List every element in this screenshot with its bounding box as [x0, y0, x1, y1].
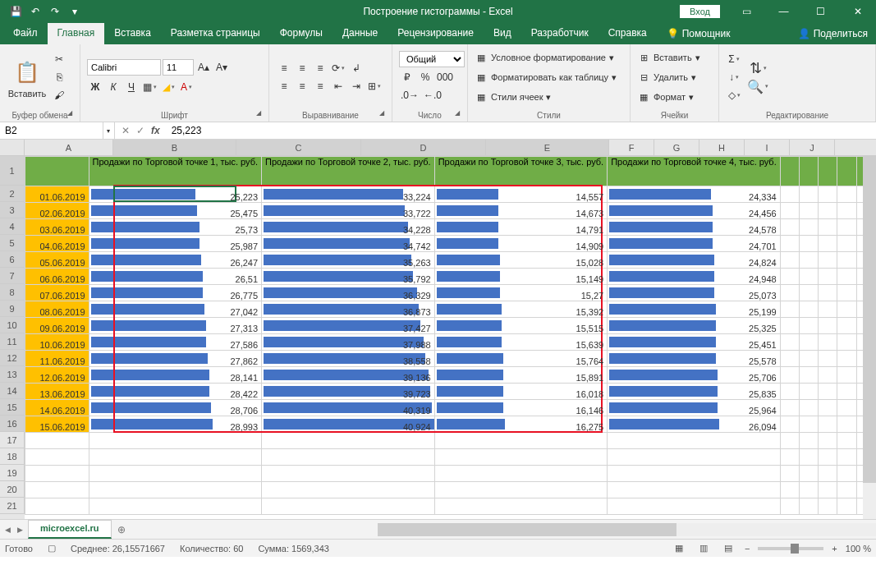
cell-E13[interactable]: 25,706 — [608, 367, 781, 384]
tab-data[interactable]: Данные — [333, 23, 388, 44]
enter-formula-icon[interactable]: ✓ — [136, 125, 144, 136]
cell-A11[interactable]: 10.06.2019 — [25, 334, 89, 351]
header-cell-D[interactable]: Продажи по Торговой точке 3, тыс. руб. — [434, 157, 608, 186]
spreadsheet-grid[interactable]: ABCDEFGHIJ 12345678910111213141516171819… — [0, 140, 876, 519]
select-all-corner[interactable] — [0, 140, 25, 156]
cell-B4[interactable]: 25,73 — [89, 219, 262, 236]
cell-C8[interactable]: 36,329 — [262, 285, 435, 301]
delete-cells-button[interactable]: ⊟Удалить▾ — [637, 68, 700, 86]
tab-file[interactable]: Файл — [3, 23, 48, 44]
cell-B7[interactable]: 26,51 — [89, 269, 262, 285]
insert-cells-button[interactable]: ⊞Вставить▾ — [637, 48, 700, 67]
formula-input[interactable] — [167, 122, 876, 139]
align-right-icon[interactable]: ≡ — [312, 78, 328, 94]
currency-icon[interactable]: ₽ — [399, 69, 415, 85]
qat-customize-icon[interactable]: ▾ — [66, 2, 84, 21]
format-as-table-button[interactable]: ▦Форматировать как таблицу▾ — [475, 68, 617, 86]
cell-B5[interactable]: 25,987 — [89, 236, 262, 252]
cell-E16[interactable]: 26,094 — [608, 416, 781, 433]
view-normal-icon[interactable]: ▦ — [671, 542, 687, 555]
cell-C10[interactable]: 37,427 — [262, 318, 435, 334]
format-painter-icon[interactable]: 🖌 — [51, 87, 67, 103]
cell-styles-button[interactable]: ▦Стили ячеек▾ — [475, 88, 617, 106]
orientation-icon[interactable]: ⟳ — [330, 60, 346, 76]
cell-E12[interactable]: 25,578 — [608, 351, 781, 367]
row-header-21[interactable]: 21 — [0, 498, 25, 514]
tab-insert[interactable]: Вставка — [104, 23, 161, 44]
cell-D11[interactable]: 15,639 — [434, 334, 608, 351]
row-header-18[interactable]: 18 — [0, 448, 25, 465]
maximize-icon[interactable]: ☐ — [802, 0, 839, 23]
cell-A6[interactable]: 05.06.2019 — [25, 252, 89, 269]
save-icon[interactable]: 💾 — [7, 2, 25, 21]
cell-E8[interactable]: 25,073 — [608, 285, 781, 301]
cell-E11[interactable]: 25,451 — [608, 334, 781, 351]
copy-icon[interactable]: ⎘ — [51, 69, 67, 85]
cell-A3[interactable]: 02.06.2019 — [25, 203, 89, 219]
header-cell-E[interactable]: Продажи по Торговой точке 4, тыс. руб. — [608, 157, 781, 186]
cell-A12[interactable]: 11.06.2019 — [25, 351, 89, 367]
row-header-5[interactable]: 5 — [0, 235, 25, 251]
cell-D4[interactable]: 14,791 — [434, 219, 608, 236]
tell-me[interactable]: 💡Помощник — [667, 23, 731, 44]
cell-A4[interactable]: 03.06.2019 — [25, 219, 89, 236]
add-sheet-icon[interactable]: ⊕ — [112, 520, 131, 539]
name-box-input[interactable] — [0, 122, 103, 139]
cell-C2[interactable]: 33,224 — [262, 186, 435, 203]
row-header-12[interactable]: 12 — [0, 350, 25, 366]
cell-B9[interactable]: 27,042 — [89, 301, 262, 318]
wrap-text-icon[interactable]: ↲ — [348, 60, 365, 76]
header-cell-C[interactable]: Продажи по Торговой точке 2, тыс. руб. — [262, 157, 435, 186]
cut-icon[interactable]: ✂ — [51, 51, 67, 67]
col-header-D[interactable]: D — [361, 140, 486, 155]
cell-C11[interactable]: 37,988 — [262, 334, 435, 351]
cell-E15[interactable]: 25,964 — [608, 400, 781, 416]
fill-color-button[interactable]: ◢ — [160, 79, 177, 95]
cell-B10[interactable]: 27,313 — [89, 318, 262, 334]
cell-D8[interactable]: 15,27 — [434, 285, 608, 301]
decrease-decimal-icon[interactable]: ←.0 — [422, 87, 443, 103]
row-header-14[interactable]: 14 — [0, 383, 25, 399]
align-center-icon[interactable]: ≡ — [294, 78, 310, 94]
cell-E4[interactable]: 24,578 — [608, 219, 781, 236]
col-header-C[interactable]: C — [236, 140, 361, 155]
macro-record-icon[interactable]: ▢ — [48, 543, 56, 554]
decrease-font-icon[interactable]: A▾ — [213, 59, 230, 76]
cell-B13[interactable]: 28,141 — [89, 367, 262, 384]
percent-icon[interactable]: % — [417, 69, 433, 85]
cell-E3[interactable]: 24,456 — [608, 203, 781, 219]
col-header-A[interactable]: A — [25, 140, 113, 155]
tab-review[interactable]: Рецензирование — [388, 23, 484, 44]
cell-D7[interactable]: 15,149 — [434, 269, 608, 285]
row-header-15[interactable]: 15 — [0, 399, 25, 416]
cell-A15[interactable]: 14.06.2019 — [25, 400, 89, 416]
row-header-13[interactable]: 13 — [0, 366, 25, 383]
col-header-F[interactable]: F — [609, 140, 654, 155]
next-sheet-icon[interactable]: ▶ — [17, 526, 23, 534]
font-launcher[interactable]: ◢ — [256, 109, 266, 119]
name-box-dropdown[interactable]: ▾ — [103, 122, 114, 139]
align-launcher[interactable]: ◢ — [379, 109, 389, 119]
col-header-E[interactable]: E — [486, 140, 609, 155]
bold-button[interactable]: Ж — [87, 79, 103, 95]
cell-B14[interactable]: 28,422 — [89, 384, 262, 400]
fx-icon[interactable]: fx — [151, 125, 160, 136]
paste-button[interactable]: 📋Вставить — [7, 48, 48, 107]
ribbon-options-icon[interactable]: ▭ — [728, 0, 765, 23]
increase-font-icon[interactable]: A▴ — [195, 59, 212, 76]
cell-E14[interactable]: 25,835 — [608, 384, 781, 400]
font-size-input[interactable] — [163, 59, 194, 76]
row-header-10[interactable]: 10 — [0, 317, 25, 333]
row-header-2[interactable]: 2 — [0, 186, 25, 202]
cell-E2[interactable]: 24,334 — [608, 186, 781, 203]
cell-B6[interactable]: 26,247 — [89, 252, 262, 269]
cell-C16[interactable]: 40,924 — [262, 416, 435, 433]
italic-button[interactable]: К — [105, 79, 122, 95]
vertical-scrollbar[interactable] — [863, 156, 876, 519]
tab-page-layout[interactable]: Разметка страницы — [161, 23, 270, 44]
cell-A7[interactable]: 06.06.2019 — [25, 269, 89, 285]
cell-E10[interactable]: 25,325 — [608, 318, 781, 334]
row-header-7[interactable]: 7 — [0, 268, 25, 284]
align-top-icon[interactable]: ≡ — [276, 60, 292, 76]
cell-A13[interactable]: 12.06.2019 — [25, 367, 89, 384]
